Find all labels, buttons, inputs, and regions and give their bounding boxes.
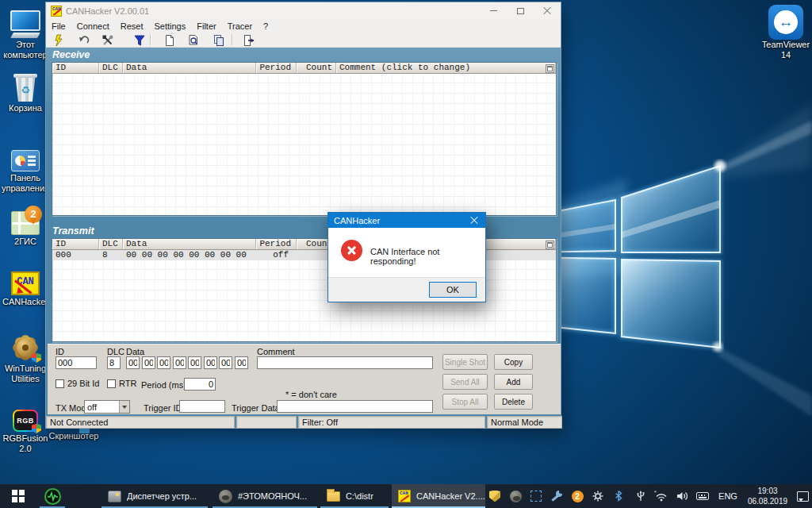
trigger-id-label: Trigger ID (144, 403, 182, 413)
defender-shield-icon (489, 491, 500, 502)
tray-wifi-icon[interactable]: * (652, 484, 671, 508)
send-all-button[interactable]: Send All (442, 374, 488, 390)
receive-caption: Receive (52, 49, 90, 60)
window-title: CANHacker V2.00.01 (66, 6, 149, 16)
copy-button[interactable]: Copy (494, 354, 533, 370)
comment-label: Comment (257, 347, 295, 356)
rgbfusion-icon: RGB (0, 397, 51, 432)
dialog-message: CAN Interface not responding! (370, 247, 485, 266)
windows-logo-icon (12, 490, 25, 502)
menu-settings[interactable]: Settings (148, 21, 191, 32)
data-byte-2[interactable] (157, 356, 170, 369)
dlc-field[interactable] (107, 356, 121, 369)
control-panel-icon (0, 137, 51, 171)
menu-reset[interactable]: Reset (115, 21, 149, 32)
ok-button[interactable]: OK (429, 282, 477, 298)
new-document-icon[interactable] (162, 33, 178, 47)
desktop-icon-this-pc[interactable]: Этот компьютер (0, 3, 51, 60)
comment-field[interactable] (257, 356, 433, 369)
menu-filter[interactable]: Filter (191, 21, 221, 32)
add-button[interactable]: Add (494, 374, 533, 390)
menu-tracer[interactable]: Tracer (222, 21, 258, 32)
connect-lightning-icon[interactable] (51, 33, 67, 47)
action-center-button[interactable] (793, 484, 812, 508)
transmit-corner-button[interactable] (546, 241, 554, 249)
dlc-label: DLC (107, 347, 124, 356)
data-byte-3[interactable] (173, 356, 186, 369)
language-indicator[interactable]: ENG (714, 484, 742, 508)
desktop-icon-wintuning[interactable]: WinTuning Utilities (0, 327, 51, 384)
exit-door-icon[interactable] (241, 33, 257, 47)
data-byte-4[interactable] (188, 356, 201, 369)
data-byte-6[interactable] (219, 356, 232, 369)
taskbar-button-canhacker[interactable]: CAN CANHacker V2.... (392, 484, 485, 508)
screen: Этот компьютер ♻ Корзина Панель управлен… (0, 0, 812, 508)
titlebar[interactable]: CAN CANHacker V2.00.01 (46, 2, 561, 19)
tray-settings-icon[interactable] (588, 484, 607, 508)
receive-corner-button[interactable] (546, 64, 554, 73)
menu-connect[interactable]: Connect (71, 21, 115, 32)
settings-tools-icon[interactable] (100, 33, 116, 47)
single-shot-button[interactable]: Single Shot (442, 354, 488, 370)
delete-button[interactable]: Delete (494, 394, 533, 410)
reset-undo-icon[interactable] (76, 33, 92, 47)
error-dialog: CANHacker CAN Interface not responding! … (327, 212, 486, 302)
2gis-icon: 2 (0, 200, 51, 235)
tray-2gis-icon[interactable]: 2 (568, 484, 587, 508)
data-byte-1[interactable] (142, 356, 155, 369)
trigger-data-field[interactable] (277, 400, 433, 413)
column-period: Period (256, 63, 297, 73)
tray-snip-icon[interactable] (527, 484, 546, 508)
toolbar-separator (232, 34, 232, 45)
copy-pages-icon[interactable] (211, 33, 227, 47)
id-field[interactable] (56, 356, 97, 369)
tray-monkey-icon[interactable] (506, 484, 525, 508)
maximize-button[interactable] (507, 2, 534, 19)
desktop-icon-teamviewer[interactable]: ↔ TeamViewer 14 (760, 5, 812, 60)
data-byte-7[interactable] (235, 356, 248, 369)
desktop-icon-label: 2ГИС (0, 237, 51, 247)
data-byte-0[interactable] (126, 356, 140, 369)
taskbar-button-etomoyanoch[interactable]: #ЭТОМОЯНОЧ... (213, 484, 317, 508)
desktop-icon-label: CANHacker (0, 297, 51, 307)
minimize-button[interactable] (480, 2, 507, 19)
data-byte-5[interactable] (204, 356, 217, 369)
tray-wrench-icon[interactable] (547, 484, 566, 508)
29bit-checkbox[interactable]: 29 Bit Id (56, 379, 99, 388)
trigger-id-field[interactable] (179, 400, 225, 413)
desktop-icon-control-panel[interactable]: Панель управления (0, 137, 51, 194)
desktop-icon-2gis[interactable]: 2 2ГИС (0, 200, 51, 247)
filter-funnel-icon[interactable] (132, 33, 147, 47)
preview-document-icon[interactable] (186, 33, 201, 47)
taskbar-button-device-manager[interactable]: Диспетчер устр... (102, 484, 208, 508)
tray-bluetooth-icon[interactable] (609, 484, 628, 508)
usb-icon (634, 490, 647, 502)
desktop-icon-canhacker[interactable]: CAN CANHacker (0, 260, 51, 307)
desktop-icon-recycle-bin[interactable]: ♻ Корзина (0, 67, 51, 114)
clock[interactable]: 19:03 06.08.2019 (742, 484, 793, 508)
taskbar: Диспетчер устр... #ЭТОМОЯНОЧ... C:\distr… (0, 484, 812, 508)
tray-volume-icon[interactable] (672, 484, 691, 508)
taskbar-pinned-audio-app[interactable] (36, 484, 68, 508)
taskbar-button-cdistr[interactable]: C:\distr (320, 484, 389, 508)
menu-file[interactable]: File (46, 21, 71, 32)
tray-usb-icon[interactable] (631, 484, 650, 508)
tray-defender-icon[interactable] (485, 484, 504, 508)
desktop-icon-label: TeamViewer (760, 40, 812, 50)
tx-mode-select[interactable]: off (84, 400, 130, 414)
task-label: C:\distr (346, 491, 373, 501)
tray-keyboard-icon[interactable] (693, 484, 712, 508)
stop-all-button[interactable]: Stop All (442, 394, 488, 410)
receive-table[interactable]: ID DLC Data Period Count Comment (click … (52, 62, 557, 216)
column-count: Count (297, 63, 336, 73)
dialog-close-button[interactable] (463, 213, 485, 228)
desktop-icon-screenshoter[interactable]: Скриншотер (48, 431, 100, 441)
status-filter: Filter: Off (298, 416, 485, 429)
close-button[interactable] (534, 2, 561, 19)
period-field[interactable] (184, 378, 216, 391)
start-button[interactable] (0, 484, 36, 508)
dialog-titlebar[interactable]: CANHacker (328, 213, 485, 228)
menu-help[interactable]: ? (258, 21, 274, 32)
desktop-icon-rgbfusion[interactable]: RGB RGBFusion 2.0 (0, 397, 51, 454)
rtr-checkbox[interactable]: RTR (107, 379, 136, 388)
